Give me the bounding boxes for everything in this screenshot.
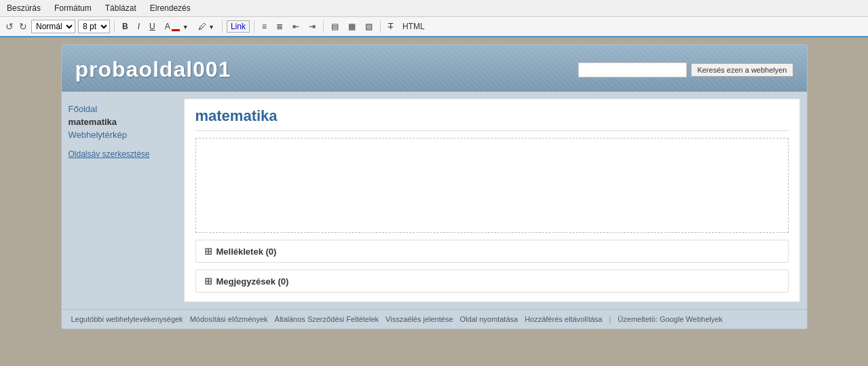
menu-item-formatum[interactable]: Formátum [52, 2, 94, 14]
comments-label: Megjegyzések (0) [216, 276, 289, 287]
unordered-list-button[interactable]: ≣ [273, 20, 286, 33]
color-dropdown-arrow: ▼ [183, 24, 189, 31]
html-button[interactable]: HTML [399, 20, 428, 33]
menu-item-beszuras[interactable]: Beszúrás [4, 2, 43, 14]
search-input[interactable] [578, 62, 687, 77]
toolbar-separator-1 [114, 20, 115, 33]
content-area: Főoldal matematika Webhelytérkép Oldalsá… [62, 92, 807, 309]
link-button[interactable]: Link [227, 20, 250, 33]
footer-operator: Üzemeltetö: Google Webhelyek [618, 315, 723, 323]
align-left-icon: ▤ [331, 22, 339, 31]
attachments-section: ⊞ Mellékletek (0) [195, 240, 789, 263]
toolbar-separator-4 [323, 20, 324, 33]
indent-increase-icon: ⇥ [309, 22, 316, 31]
redo-button[interactable]: ↻ [18, 21, 29, 32]
clear-format-icon: T̶ [388, 22, 393, 31]
menu-bar: Beszúrás Formátum Táblázat Elrendezés [0, 0, 868, 17]
footer-link-print[interactable]: Oldal nyomtatása [460, 315, 518, 323]
comments-expand-icon: ⊞ [204, 276, 212, 287]
menu-item-elrendezes[interactable]: Elrendezés [147, 2, 193, 14]
comments-section: ⊞ Megjegyzések (0) [195, 270, 789, 293]
search-button[interactable]: Keresés ezen a webhelyen [691, 63, 793, 77]
footer-link-activities[interactable]: Legutóbbi webhelytevékenységek [71, 315, 183, 323]
toolbar: ↺ ↻ Normál 8 pt B I U A ▼ 🖊 ▼ Link ≡ ≣ ⇤… [0, 17, 868, 37]
toolbar-separator-3 [254, 20, 254, 33]
sidebar-link-matematika[interactable]: matematika [69, 115, 177, 128]
font-color-icon: A [165, 22, 170, 31]
bold-button[interactable]: B [119, 20, 132, 33]
undo-button[interactable]: ↺ [4, 21, 15, 32]
footer-link-report[interactable]: Visszaélés jelentése [385, 315, 453, 323]
align-right-button[interactable]: ▧ [362, 20, 376, 33]
sidebar-link-fooldal[interactable]: Főoldal [69, 103, 177, 115]
attachments-header[interactable]: ⊞ Mellékletek (0) [196, 240, 788, 262]
highlight-icon: 🖊 [198, 22, 206, 31]
comments-header[interactable]: ⊞ Megjegyzések (0) [196, 270, 788, 292]
footer-link-terms[interactable]: Általános Szerződési Feltételek [275, 315, 379, 323]
style-selector[interactable]: Normál [31, 20, 75, 33]
attachments-label: Mellékletek (0) [216, 246, 277, 257]
site-footer: Legutóbbi webhelytevékenységek Módosítás… [62, 309, 807, 329]
sidebar: Főoldal matematika Webhelytérkép Oldalsá… [69, 98, 177, 302]
highlight-button[interactable]: 🖊 ▼ [195, 20, 218, 33]
ordered-list-button[interactable]: ≡ [259, 20, 270, 33]
align-center-icon: ▦ [348, 22, 356, 31]
footer-link-history[interactable]: Módosítási előzmények [190, 315, 268, 323]
color-indicator [172, 29, 180, 31]
page-wrapper: probaoldal001 Keresés ezen a webhelyen F… [0, 37, 868, 350]
content-editable-area[interactable] [195, 138, 789, 233]
clear-format-button[interactable]: T̶ [385, 20, 396, 33]
highlight-dropdown-arrow: ▼ [208, 24, 214, 31]
text-color-button[interactable]: A ▼ [162, 20, 192, 33]
site-header: probaoldal001 Keresés ezen a webhelyen [62, 45, 807, 92]
page-heading: matematika [195, 107, 789, 131]
sidebar-link-webhelyterkep[interactable]: Webhelytérkép [69, 128, 177, 141]
font-size-selector[interactable]: 8 pt [78, 20, 110, 33]
sidebar-edit-link[interactable]: Oldalsáv szerkesztése [69, 149, 177, 159]
site-container: probaoldal001 Keresés ezen a webhelyen F… [61, 44, 808, 329]
italic-button[interactable]: I [134, 20, 143, 33]
indent-decrease-icon: ⇤ [293, 22, 299, 31]
toolbar-separator-2 [222, 20, 223, 33]
align-left-button[interactable]: ▤ [328, 20, 342, 33]
indent-decrease-button[interactable]: ⇤ [289, 20, 303, 33]
ordered-list-icon: ≡ [262, 22, 267, 31]
search-area: Keresés ezen a webhelyen [578, 62, 793, 77]
menu-item-tablazat[interactable]: Táblázat [102, 2, 139, 14]
main-content: matematika ⊞ Mellékletek (0) ⊞ Megjegyzé… [184, 98, 800, 302]
underline-button[interactable]: U [146, 20, 159, 33]
indent-increase-button[interactable]: ⇥ [305, 20, 319, 33]
footer-link-access[interactable]: Hozzáférés eltávolítása [525, 315, 602, 323]
attachments-expand-icon: ⊞ [204, 246, 212, 257]
align-right-icon: ▧ [365, 22, 373, 31]
toolbar-separator-5 [380, 20, 381, 33]
footer-separator: | [609, 315, 611, 323]
site-title: probaoldal001 [75, 57, 231, 82]
unordered-list-icon: ≣ [276, 22, 283, 31]
align-center-button[interactable]: ▦ [345, 20, 359, 33]
